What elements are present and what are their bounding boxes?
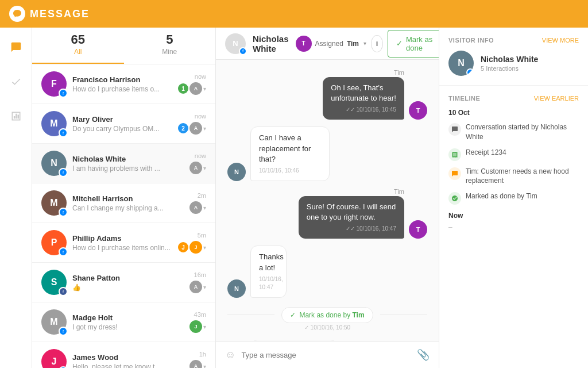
conv-avatar: M f	[41, 190, 67, 216]
conv-avatar: M f	[41, 111, 67, 136]
agent-badge: J	[178, 242, 188, 252]
agent-btn[interactable]: 1 A ▾	[178, 82, 206, 95]
conv-preview: Can I change my shipping a...	[72, 204, 184, 212]
timeline-item: Receipt 1234	[448, 148, 579, 161]
conv-info: Madge Holt I got my dress!	[72, 313, 184, 331]
avatar-img: J	[41, 349, 67, 368]
conv-time: now	[195, 152, 206, 159]
view-more-button[interactable]: VIEW MORE	[542, 37, 579, 44]
conv-avatar: J f	[41, 349, 67, 368]
conv-avatar: M f	[41, 309, 67, 335]
conversation-item-mitchell[interactable]: M f Mitchell Harrison Can I change my sh…	[32, 183, 215, 223]
conversation-item-james[interactable]: J f James Wood Hello, please let me know…	[32, 342, 215, 368]
agent-btn[interactable]: A ▾	[189, 201, 206, 214]
logo-icon	[9, 6, 25, 22]
conversation-item-phillip[interactable]: P f Phillip Adams How do I purchase item…	[32, 223, 215, 263]
timeline-text: Conversation started by Nicholas White	[466, 122, 579, 142]
conv-time: 43m	[194, 311, 206, 318]
timeline-text: Marked as done by Tim	[466, 191, 537, 201]
conv-name: Francisco Harrison	[72, 75, 172, 84]
conversation-item-francisco[interactable]: F f Francisco Harrison How do I purchase…	[32, 64, 215, 104]
conv-meta: now 1 A ▾	[178, 73, 206, 95]
chevron-icon: ▾	[203, 363, 206, 369]
message-row: Tim Sure! Of course. I will send one to …	[227, 188, 427, 239]
conv-preview: I am having problems with ...	[72, 164, 184, 172]
assigned-agent-avatar: T	[296, 36, 312, 52]
visitor-interactions: 5 Interactions	[481, 65, 538, 72]
timeline-icon-note	[448, 167, 461, 180]
platform-badge: f	[59, 247, 68, 256]
divider-right	[380, 315, 427, 315]
mark-done-button[interactable]: ✓ Mark as done	[388, 30, 442, 57]
agent-btn[interactable]: J J ▾	[178, 241, 206, 254]
check-circle-icon: ✓	[396, 39, 403, 48]
conversation-item-mary[interactable]: M f Mary Oliver Do you carry Olympus OM.…	[32, 104, 215, 144]
conv-name: James Wood	[72, 353, 184, 362]
visitor-avatar: N f	[448, 51, 474, 76]
message-text: Thanks a lot!	[259, 252, 284, 271]
conv-preview: 👍	[72, 283, 184, 292]
timeline-header: TIMELINE VIEW EARLIER	[448, 95, 579, 102]
sidebar-item-messages[interactable]	[6, 37, 26, 57]
sidebar-icons	[0, 28, 32, 368]
conv-name: Mary Oliver	[72, 115, 172, 124]
sidebar-item-tasks[interactable]	[6, 71, 26, 92]
timeline-item: Tim: Customer needs a new hood replaceme…	[448, 167, 579, 186]
conv-meta: 43m J ▾	[189, 311, 206, 333]
info-button[interactable]: i	[371, 35, 383, 52]
visitor-info-header: VISITOR INFO VIEW MORE	[448, 37, 579, 44]
conv-meta: now A ▾	[189, 152, 206, 174]
conv-time: 1h	[199, 351, 206, 358]
check-icon: ✓	[290, 311, 296, 319]
conv-meta: now 2 A ▾	[178, 113, 206, 135]
chat-input-area: ☺ 📎	[216, 341, 439, 368]
conv-preview: How do I purchase items onlin...	[72, 244, 172, 252]
message-row: N Can I have a replacement for that? 10/…	[227, 126, 427, 181]
chat-contact-name: Nicholas White	[253, 34, 289, 53]
message-input[interactable]	[241, 351, 411, 359]
conv-time: now	[195, 73, 206, 80]
emoji-button[interactable]: ☺	[225, 349, 235, 361]
assigned-dropdown-arrow[interactable]: ▾	[363, 40, 366, 47]
conv-time: now	[195, 113, 206, 120]
conv-avatar: N f	[41, 151, 67, 176]
visitor-details: Nicholas White 5 Interactions	[481, 55, 538, 72]
chevron-icon: ▾	[203, 244, 206, 251]
visitor-info-section: VISITOR INFO VIEW MORE N f Nicholas Whit…	[439, 28, 588, 86]
chat-header-avatar: N f	[225, 33, 246, 54]
attach-button[interactable]: 📎	[417, 348, 430, 361]
chevron-icon: ▾	[203, 205, 206, 211]
tab-mine[interactable]: 5 Mine	[124, 32, 216, 64]
chevron-icon: ▾	[203, 284, 206, 290]
view-earlier-button[interactable]: VIEW EARLIER	[534, 95, 579, 102]
conversation-item-nicholas[interactable]: N f Nicholas White I am having problems …	[32, 144, 215, 183]
message-row: Tim Oh I see, That's unfortunate to hear…	[227, 69, 427, 120]
mark-done-pill: ✓ Mark as done by Tim	[281, 307, 373, 323]
agent-btn[interactable]: A ▾	[189, 281, 206, 293]
agent-btn[interactable]: 2 A ▾	[178, 122, 206, 135]
platform-badge: f	[59, 168, 68, 177]
agent-avatar-small: T	[409, 220, 427, 239]
agent-btn[interactable]: A ▾	[189, 360, 206, 368]
tab-all[interactable]: 65 All	[32, 32, 124, 64]
agent-avatar: A	[189, 201, 202, 214]
message-bubble: Sure! Of course. I will send one to you …	[299, 196, 404, 239]
message-sender: Tim	[394, 188, 404, 195]
timeline-icon-chat	[448, 123, 461, 136]
conversation-item-shane[interactable]: S f Shane Patton 👍 16m A ▾	[32, 263, 215, 302]
agent-btn[interactable]: J ▾	[189, 320, 206, 333]
platform-badge: f	[59, 208, 68, 217]
conv-preview: I got my dress!	[72, 323, 184, 331]
conversation-item-madge[interactable]: M f Madge Holt I got my dress! 43m J ▾	[32, 302, 215, 342]
conv-preview: How do I purchase items o...	[72, 85, 172, 93]
timeline-now: Now –	[448, 212, 579, 231]
messages-area: Tim Oh I see, That's unfortunate to hear…	[216, 60, 439, 341]
agent-btn[interactable]: A ▾	[189, 162, 206, 174]
platform-badge: f	[59, 287, 68, 296]
sidebar-item-reports[interactable]	[6, 106, 26, 126]
timeline-text: Tim: Customer needs a new hood replaceme…	[466, 167, 579, 186]
conv-info: Mary Oliver Do you carry Olympus OM...	[72, 115, 172, 133]
timeline-icon-receipt	[448, 148, 461, 161]
platform-badge: f	[59, 327, 68, 336]
agent-avatar: J	[189, 320, 202, 333]
